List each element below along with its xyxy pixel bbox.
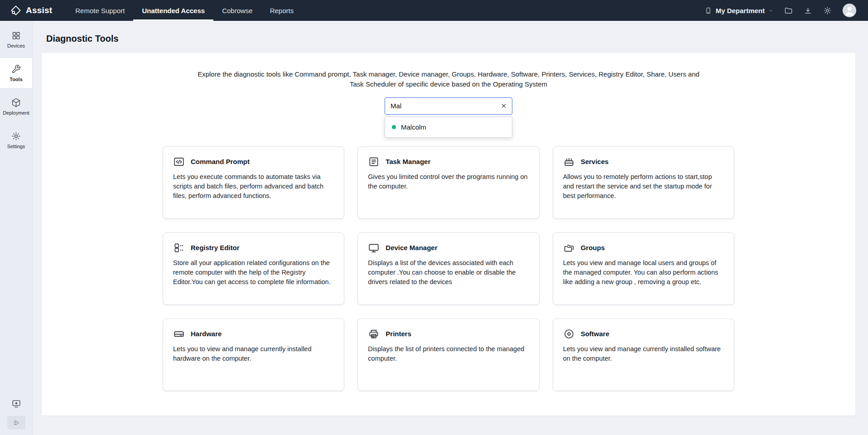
topbar-actions: My Department (704, 4, 856, 17)
expand-sidebar-button[interactable] (7, 416, 25, 430)
tools-wrench-icon (11, 64, 21, 74)
card-groups[interactable]: Groups Lets you view and manage local us… (553, 232, 734, 305)
nav-cobrowse[interactable]: Cobrowse (213, 0, 261, 21)
page-title: Diagnostic Tools (46, 34, 855, 44)
app-name: Assist (26, 5, 52, 15)
card-header: Command Prompt (173, 156, 334, 168)
card-registry-editor[interactable]: Registry Editor Store all your applicati… (163, 232, 344, 305)
nav-unattended-access[interactable]: Unattended Access (133, 0, 213, 21)
card-hardware[interactable]: Hardware Lets you to view and manage cur… (163, 319, 344, 391)
card-description: Lets you to view and manage currently in… (173, 344, 334, 363)
suggestion-name: Malcolm (401, 123, 426, 131)
sidebar-item-settings[interactable]: Settings (0, 125, 32, 155)
card-title: Printers (386, 330, 411, 338)
card-software[interactable]: Software Lets you view and manage curren… (553, 319, 734, 391)
department-label: My Department (716, 7, 765, 14)
services-icon (563, 156, 575, 168)
nav-remote-support[interactable]: Remote Support (67, 0, 133, 21)
card-device-manager[interactable]: Device Manager Displays a list of the de… (357, 232, 539, 305)
card-title: Command Prompt (191, 158, 250, 165)
hardware-drive-icon (173, 328, 185, 340)
page-description: Explore the diagnostic tools like Comman… (42, 69, 855, 89)
device-search-input[interactable] (385, 97, 512, 115)
card-description: Displays a list of the devices associate… (368, 258, 529, 287)
main-content: Diagnostic Tools Explore the diagnostic … (33, 21, 868, 435)
folder-button[interactable] (784, 6, 793, 15)
description-line-1: Explore the diagnostic tools like Comman… (42, 69, 855, 79)
card-title: Device Manager (386, 244, 437, 251)
card-header: Groups (563, 242, 724, 254)
tool-cards-grid: Command Prompt Lets you execute commands… (163, 146, 734, 391)
suggestion-item[interactable]: Malcolm (385, 118, 512, 136)
card-description: Gives you limited control over the progr… (368, 172, 529, 191)
card-description: Lets you execute commands to automate ta… (173, 172, 334, 201)
avatar[interactable] (843, 4, 856, 17)
card-header: Software (563, 328, 724, 340)
gear-icon (11, 131, 21, 141)
device-icon (704, 7, 712, 14)
deployment-package-icon (11, 98, 21, 107)
department-selector[interactable]: My Department (704, 7, 773, 14)
diagnostic-tools-panel: Explore the diagnostic tools like Comman… (42, 53, 855, 416)
assist-logo-icon (10, 5, 22, 16)
card-title: Groups (581, 244, 605, 251)
card-command-prompt[interactable]: Command Prompt Lets you execute commands… (163, 146, 344, 219)
app-logo[interactable]: Assist (10, 5, 52, 16)
card-printers[interactable]: Printers Displays the list of printers c… (357, 319, 539, 391)
devices-grid-icon (11, 31, 21, 40)
clear-search-icon[interactable]: ✕ (499, 102, 508, 111)
description-line-2: Task Scheduler of specific device based … (42, 79, 855, 89)
sidebar-item-label: Settings (7, 144, 25, 149)
card-title: Hardware (191, 330, 222, 338)
sidebar-item-devices[interactable]: Devices (0, 24, 32, 54)
online-status-dot (392, 125, 396, 129)
card-description: Lets you view and manage currently insta… (563, 344, 724, 363)
topbar: Assist Remote Support Unattended Access … (0, 0, 868, 21)
card-description: Displays the list of printers connected … (368, 344, 529, 363)
card-header: Printers (368, 328, 529, 340)
command-prompt-icon (173, 156, 185, 168)
card-header: Registry Editor (173, 242, 334, 254)
card-title: Registry Editor (191, 244, 240, 251)
card-header: Task Manager (368, 156, 529, 168)
chevron-down-icon (768, 8, 773, 13)
top-navigation: Remote Support Unattended Access Cobrows… (67, 0, 302, 21)
card-description: Allows you to remotely perform actions t… (563, 172, 724, 201)
task-manager-icon (368, 156, 380, 168)
card-description: Store all your application related confi… (173, 258, 334, 287)
software-disc-icon (563, 328, 575, 340)
settings-button[interactable] (823, 6, 832, 15)
download-icon (804, 6, 812, 15)
card-header: Hardware (173, 328, 334, 340)
search-suggestions: Malcolm (385, 116, 512, 138)
sidebar-bottom (0, 399, 32, 435)
sidebar-item-label: Deployment (3, 110, 29, 116)
sidebar: Devices Tools Deployment Settings (0, 21, 33, 435)
card-description: Lets you view and manage local users and… (563, 258, 724, 287)
card-title: Task Manager (386, 158, 430, 165)
printer-icon (368, 328, 380, 340)
folder-icon (784, 6, 793, 15)
card-title: Services (581, 158, 609, 165)
groups-icon (563, 242, 575, 254)
sidebar-item-tools[interactable]: Tools (0, 58, 32, 88)
gear-icon (823, 6, 832, 15)
share-screen-button[interactable] (11, 399, 21, 409)
card-header: Services (563, 156, 724, 168)
device-search: ✕ Malcolm (385, 97, 512, 115)
sidebar-item-label: Tools (10, 77, 23, 82)
card-services[interactable]: Services Allows you to remotely perform … (553, 146, 734, 219)
card-task-manager[interactable]: Task Manager Gives you limited control o… (357, 146, 539, 219)
nav-reports[interactable]: Reports (261, 0, 303, 21)
download-button[interactable] (804, 6, 812, 15)
registry-editor-icon (173, 242, 185, 254)
device-manager-icon (368, 242, 380, 254)
card-title: Software (581, 330, 609, 338)
sidebar-item-label: Devices (7, 43, 25, 48)
card-header: Device Manager (368, 242, 529, 254)
sidebar-item-deployment[interactable]: Deployment (0, 92, 32, 121)
